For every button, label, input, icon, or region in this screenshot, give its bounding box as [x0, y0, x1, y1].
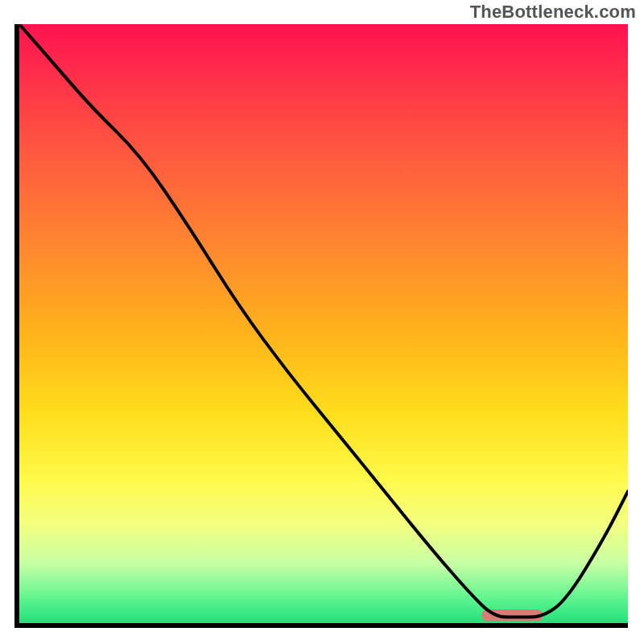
chart-overlay: [19, 24, 628, 623]
bottleneck-curve: [19, 24, 628, 617]
watermark-text: TheBottleneck.com: [470, 2, 636, 23]
chart-axes: [14, 24, 628, 628]
chart-wrapper: TheBottleneck.com: [0, 0, 644, 644]
